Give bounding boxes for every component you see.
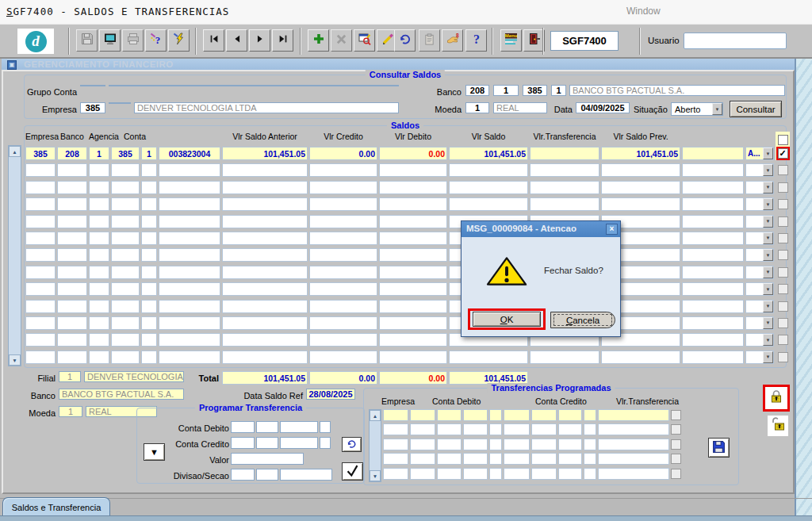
saldos-cell-empresa[interactable] [25,351,56,364]
saldos-cell-empresa[interactable] [25,282,56,296]
fechar-saldo-checkbox[interactable] [778,318,788,328]
saldos-cell-debito[interactable] [379,248,447,262]
tp-cell-conta-debito-2[interactable] [437,468,462,480]
saldos-cell-banco[interactable] [57,232,87,245]
saldos-situacao-select[interactable]: ▼ [745,316,774,330]
saldos-cell-conta1[interactable] [111,316,140,330]
saldos-cell-extra[interactable] [682,163,744,177]
ok-button[interactable]: OK [473,312,541,327]
tp-cell-conta-debito-1[interactable] [410,453,435,465]
saldos-cell-debito[interactable] [379,300,447,313]
saldos-cell-empresa[interactable] [25,266,56,279]
saldos-cell-extra[interactable] [682,248,744,262]
situacao-dropdown-icon[interactable]: ▼ [763,198,773,210]
conta-debito-2-input[interactable] [256,421,278,433]
saldos-cell-extra[interactable] [682,316,744,330]
consultar-button[interactable]: Consultar [730,101,782,117]
saldos-cell-saldo_anterior[interactable] [222,266,308,279]
saldos-cell-conta[interactable] [159,316,220,330]
saldos-cell-agencia[interactable] [89,215,109,228]
situacao-dropdown-icon[interactable]: ▼ [763,351,773,363]
grupo-conta-desc-input[interactable] [109,85,399,86]
tp-cell-conta-debito-3[interactable] [463,409,488,421]
saldos-cell-empresa[interactable] [25,316,56,330]
saldos-cell-conta1[interactable] [111,300,140,313]
saldos-cell-debito[interactable] [379,266,447,279]
tp-cell-conta-debito-3[interactable] [463,423,488,435]
usuario-input[interactable] [684,33,787,49]
saldos-cell-banco[interactable] [57,300,87,313]
saldos-cell-conta1[interactable] [111,351,140,364]
fechar-saldo-checkbox[interactable] [778,250,788,260]
fechar-saldo-checkbox[interactable]: ✓ [778,148,788,159]
saldos-cell-credito[interactable] [309,232,377,245]
saldos-cell-conta1[interactable] [111,197,140,211]
menu-window[interactable]: Window [626,6,661,17]
saldos-cell-empresa[interactable] [25,300,56,313]
tp-cell-conta-credito-2[interactable] [531,423,557,435]
divisao-3-input[interactable] [280,469,332,481]
screen-button[interactable] [99,29,121,52]
execute-button[interactable] [168,29,190,52]
saldos-cell-extra[interactable] [682,266,744,279]
saldos-situacao-select[interactable]: ▼ [745,215,774,228]
saldos-cell-banco[interactable] [57,163,87,177]
saldos-cell-banco[interactable] [57,266,87,279]
tp-cell-vlr-transferencia[interactable] [598,409,669,421]
saldos-situacao-select[interactable]: A...▼ [745,147,774,160]
open-saldo-button[interactable] [768,416,788,436]
tp-cell-conta-debito-4[interactable] [489,423,502,435]
saldos-cell-saldo_prev[interactable] [601,197,680,211]
saldos-cell-credito[interactable] [309,333,377,347]
saldos-cell-conta[interactable] [159,163,220,177]
situacao-dropdown-icon[interactable]: ▼ [763,301,773,312]
saldos-cell-saldo_anterior[interactable] [222,282,308,296]
tp-cell-conta-debito-2[interactable] [437,453,462,465]
saldos-cell-conta1[interactable]: 385 [111,147,140,160]
saldos-cell-agencia[interactable] [89,351,109,364]
fechar-saldo-checkbox[interactable] [778,199,788,209]
tp-cell-empresa[interactable] [383,423,408,435]
tp-cell-conta-credito-4[interactable] [584,468,596,480]
moeda-code-input[interactable]: 1 [465,102,489,113]
saldos-cell-saldo_anterior[interactable] [222,333,308,347]
saldos-cell-conta2[interactable] [141,300,157,313]
tp-cell-empresa[interactable] [383,468,408,480]
saldos-cell-conta1[interactable] [111,282,140,296]
saldos-situacao-select[interactable]: ▼ [745,300,774,313]
saldos-cell-conta1[interactable] [111,248,140,262]
tp-cell-conta-credito-3[interactable] [558,423,582,435]
saldos-cell-transferencia[interactable] [530,147,599,160]
saldos-situacao-select[interactable]: ▼ [745,232,774,245]
tp-cell-conta-credito-4[interactable] [584,439,596,450]
saldos-cell-credito[interactable] [309,282,377,296]
saldos-cell-credito[interactable] [309,316,377,330]
tp-cell-conta-credito-2[interactable] [531,453,557,465]
saldos-cell-extra[interactable] [682,147,744,160]
tp-cell-conta-debito-2[interactable] [437,439,462,450]
tp-cell-vlr-transferencia[interactable] [598,453,669,465]
saldos-cell-credito[interactable] [309,163,377,177]
tp-cell-conta-credito-3[interactable] [558,453,582,465]
clipboard-button[interactable] [419,29,440,52]
saldos-cell-debito[interactable] [379,316,447,330]
saldos-cell-agencia[interactable] [89,232,109,245]
saldos-cell-credito[interactable]: 0.00 [309,147,377,160]
banco-f3-input[interactable]: 385 [523,85,547,96]
saldos-cell-empresa[interactable] [25,232,56,245]
saldos-cell-extra[interactable] [682,215,744,228]
saldos-cell-saldo_prev[interactable] [601,351,680,364]
scroll-up-icon[interactable]: ▲ [370,410,381,421]
saldos-cell-conta2[interactable] [141,316,157,330]
saldos-cell-saldo[interactable]: 101,451.05 [449,147,528,160]
saldos-cell-extra[interactable] [682,300,744,313]
saldos-cell-credito[interactable] [309,266,377,279]
tp-cell-empresa[interactable] [383,409,408,421]
fechar-saldo-checkbox[interactable] [778,216,788,227]
saldos-cell-empresa[interactable] [25,197,56,211]
saldos-situacao-select[interactable]: ▼ [745,351,774,364]
tp-checkbox[interactable] [671,469,681,479]
situacao-dropdown-icon[interactable]: ▼ [763,232,773,244]
saldos-cell-saldo_anterior[interactable] [222,316,308,330]
saldos-cell-transferencia[interactable] [530,197,599,211]
